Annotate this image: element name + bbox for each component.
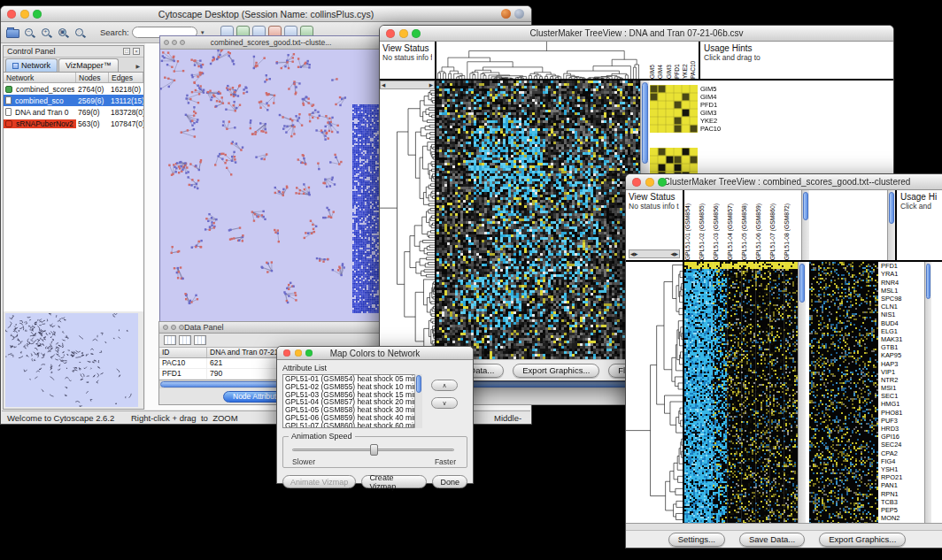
network-overview-thumbnail[interactable] [5,313,138,407]
float-button[interactable] [179,325,184,330]
gene-label[interactable]: KAP95 [881,351,924,359]
gene-label[interactable]: PHO81 [881,409,924,417]
dialog-titlebar[interactable]: Map Colors to Network [277,347,473,360]
tab-network[interactable]: Network [5,58,58,72]
labels-vscrollbar[interactable] [801,190,809,260]
gene-label[interactable]: MON2 [881,514,924,522]
scrollbar-thumb[interactable] [416,375,421,393]
gene-label[interactable]: PFD1 [881,262,924,270]
expression-heatmap[interactable] [436,81,640,359]
zoom-selected-icon[interactable]: ◌ [73,26,87,40]
delete-attribute-icon[interactable] [194,335,206,345]
network-row-destroyed[interactable]: sRNAPuberNov2 563(0) 107847(0) [4,118,143,129]
zoom-button[interactable] [412,29,421,38]
gene-label[interactable]: GIM4 [700,93,730,101]
gene-label[interactable]: YSH1 [881,465,924,473]
slider-thumb[interactable] [370,444,378,456]
close-button[interactable] [283,349,290,357]
zoom-button[interactable] [658,178,667,187]
gene-label[interactable]: CLN1 [881,303,924,311]
gene-label[interactable]: MSI1 [881,384,924,392]
treeview-combined-titlebar[interactable]: ClusterMaker TreeView : combined_scores_… [626,174,942,190]
gene-label[interactable]: NTR2 [881,376,924,384]
col-header-id[interactable]: ID [159,348,207,357]
correlation-matrix[interactable] [650,85,698,133]
gene-label[interactable]: YKE2 [700,117,730,125]
col-header-network[interactable]: Network [4,73,76,82]
gene-label[interactable]: PEP5 [881,506,924,514]
zoom-in-icon[interactable]: + [39,26,53,40]
minimize-button[interactable] [20,10,29,19]
gene-label[interactable]: FIG4 [881,457,924,465]
gene-label[interactable]: SPC98 [881,295,924,303]
gene-label[interactable]: PAC10 [700,125,730,133]
col-header-edges[interactable]: Edges [109,73,143,82]
gene-label[interactable]: ELG1 [881,327,924,335]
scrollbar-thumb[interactable] [642,82,648,164]
secondary-heatmap[interactable] [809,262,878,523]
close-button[interactable] [164,40,169,45]
gene-label[interactable]: GIM5 [700,85,730,93]
close-panel-icon[interactable]: × [133,48,140,55]
column-dendrogram[interactable] [436,42,640,79]
export-graphics-button[interactable]: Export Graphics... [513,364,599,378]
network-row-selected[interactable]: combined_sco 2569(6) 13112(15) [4,95,143,106]
move-up-button[interactable]: ∧ [431,380,458,391]
gene-label[interactable]: VIP1 [881,368,924,376]
minimize-button[interactable] [295,349,302,357]
select-attributes-icon[interactable] [164,335,176,345]
animate-vizmap-button[interactable]: Animate Vizmap [282,475,356,488]
move-down-button[interactable]: ∨ [431,397,458,409]
save-data-button[interactable]: Save Data... [739,533,805,547]
gene-label[interactable]: YRA1 [881,270,924,278]
gene-label[interactable]: MSL1 [881,287,924,295]
attribute-item[interactable]: GPL51-07 (GSM860) heat shock 60 min [283,422,421,428]
gene-dendrogram[interactable] [626,262,683,523]
gene-label[interactable]: SEC1 [881,392,924,400]
tab-vizmapper[interactable]: VizMapper™ [58,58,119,72]
close-button[interactable] [7,10,16,19]
tree-hscrollbar[interactable]: ◀▶◀▶ [629,249,680,258]
treeview-dna-titlebar[interactable]: ClusterMaker TreeView : DNA and Tran 07-… [380,26,893,42]
scrollbar-thumb[interactable] [799,264,805,303]
gene-label[interactable]: BUD4 [881,319,924,327]
zoom-fit-icon[interactable]: ▣ [56,26,70,40]
open-file-icon[interactable] [6,29,19,38]
zoom-out-icon[interactable]: − [22,26,36,40]
gene-label[interactable]: PAN1 [881,481,924,489]
labels-vscrollbar[interactable] [887,190,895,260]
zoom-button[interactable] [305,349,313,357]
gene-label[interactable]: GIM3 [700,109,730,117]
gene-label[interactable]: SEC24 [881,441,924,449]
gene-dendrogram[interactable] [380,89,435,359]
minimize-button[interactable] [172,40,177,45]
network-row[interactable]: combined_scores 2764(0) 16218(0) [4,83,143,95]
list-vscrollbar[interactable] [414,374,422,428]
heatmap-vscrollbar[interactable] [798,262,806,523]
network-row[interactable]: DNA and Tran 0 769(0) 183728(0) [4,106,143,118]
done-button[interactable]: Done [432,475,467,488]
main-titlebar[interactable]: Cytoscape Desktop (Session Name: collins… [1,6,531,22]
network-graph-canvas[interactable] [160,50,382,326]
gene-label[interactable]: HMG1 [881,400,924,408]
gene-label[interactable]: TCB3 [881,498,924,506]
minimize-button[interactable] [645,178,654,187]
gene-label[interactable]: HRD3 [881,425,924,433]
col-header-nodes[interactable]: Nodes [76,73,109,82]
maximize-button[interactable] [180,40,185,45]
gene-label[interactable]: CPA2 [881,449,924,457]
tree-hscrollbar[interactable]: ◀▶ [380,81,435,89]
create-vizmap-button[interactable]: Create Vizmap [361,475,427,488]
gene-label[interactable]: PFD1 [700,101,730,109]
gene-label[interactable]: MAK31 [881,335,924,343]
gene-label[interactable]: GTB1 [881,343,924,351]
minimize-button[interactable] [399,29,408,38]
scrollbar-thumb[interactable] [926,264,930,299]
export-graphics-button[interactable]: Export Graphics... [819,533,906,547]
gene-label[interactable]: GPI16 [881,433,924,441]
expression-heatmap[interactable] [684,262,798,523]
close-button[interactable] [632,178,641,187]
scrollbar-thumb[interactable] [889,192,894,224]
settings-button[interactable]: Settings... [668,533,725,547]
gene-label[interactable]: RNR4 [881,279,924,287]
